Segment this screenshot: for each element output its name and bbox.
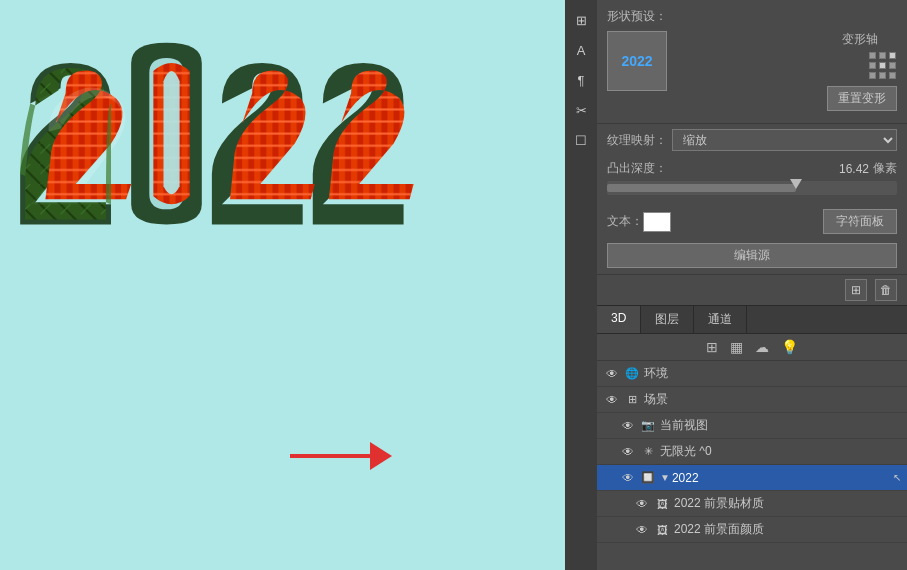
layer-item-env[interactable]: 👁 🌐 环境 [597, 361, 907, 387]
char-panel-button[interactable]: 字符面板 [823, 209, 897, 234]
dot-tl[interactable] [869, 52, 876, 59]
depth-unit: 像素 [873, 160, 897, 177]
deform-dots[interactable] [869, 52, 897, 80]
layer-type-2022-front-mat: 🖼 [653, 497, 671, 511]
tab-channels[interactable]: 通道 [694, 306, 747, 333]
tool-icon-grid[interactable]: ⊞ [569, 8, 593, 32]
bottom-tabs: 3D 图层 通道 [597, 305, 907, 334]
slider-thumb [790, 179, 802, 189]
tab-layers[interactable]: 图层 [641, 306, 694, 333]
layer-toolbar: ⊞ ▦ ☁ 💡 [597, 334, 907, 361]
layer-type-camera: 📷 [639, 419, 657, 433]
shape-preview-text: 2022 [621, 53, 652, 69]
eye-icon-scene[interactable]: 👁 [603, 393, 621, 407]
texture-mapping-row: 纹理映射： 缩放 [597, 129, 907, 151]
cursor-indicator: ↖ [893, 472, 901, 483]
layer-type-scene: ⊞ [623, 393, 641, 407]
canvas-3d-text [0, 0, 565, 570]
shape-preset-label: 形状预设： [607, 8, 667, 25]
dot-bl[interactable] [869, 72, 876, 79]
layer-type-2022-front-color: 🖼 [653, 523, 671, 537]
depth-label: 凸出深度： [607, 160, 672, 177]
arrow-head [370, 442, 392, 470]
layer-name-scene: 场景 [644, 391, 901, 408]
tool-icon-para[interactable]: ¶ [569, 68, 593, 92]
eye-icon-2022-front-mat[interactable]: 👁 [633, 497, 651, 511]
dot-tr[interactable] [889, 52, 896, 59]
layer-type-light: ✳ [639, 445, 657, 459]
depth-section: 凸出深度： 16.42 像素 [597, 156, 907, 205]
layer-name-2022: 2022 [672, 471, 891, 485]
action-icon-trash[interactable]: 🗑 [875, 279, 897, 301]
dot-ml[interactable] [869, 62, 876, 69]
layer-name-env: 环境 [644, 365, 901, 382]
layer-name-current-view: 当前视图 [660, 417, 901, 434]
canvas-area [0, 0, 565, 570]
layer-item-infinite-light[interactable]: 👁 ✳ 无限光 ^0 [597, 439, 907, 465]
dot-mm[interactable] [879, 62, 886, 69]
tab-3d[interactable]: 3D [597, 306, 641, 333]
text-row: 文本： 字符面板 [607, 209, 897, 234]
shape-preview-box[interactable]: 2022 [607, 31, 667, 91]
dot-bm[interactable] [879, 72, 886, 79]
text-char-section: 文本： 字符面板 编辑源 [597, 205, 907, 275]
layer-item-2022[interactable]: 👁 🔲 ▼ 2022 ↖ [597, 465, 907, 491]
shape-preset-row: 形状预设： [607, 8, 897, 25]
eye-icon-2022[interactable]: 👁 [619, 471, 637, 485]
layer-panel: ⊞ ▦ ☁ 💡 👁 🌐 环境 👁 ⊞ 场景 👁 📷 当前视 [597, 334, 907, 570]
layer-list: 👁 🌐 环境 👁 ⊞ 场景 👁 📷 当前视图 👁 ✳ 无限光 ^0 [597, 361, 907, 570]
icon-action-row: ⊞ 🗑 [597, 275, 907, 305]
eye-icon-env[interactable]: 👁 [603, 367, 621, 381]
depth-row: 凸出深度： 16.42 像素 [607, 160, 897, 177]
eye-icon-infinite-light[interactable]: 👁 [619, 445, 637, 459]
action-icon-grid[interactable]: ⊞ [845, 279, 867, 301]
texture-mapping-label: 纹理映射： [607, 132, 672, 149]
layer-expand-arrow[interactable]: ▼ [660, 472, 670, 483]
depth-value: 16.42 [839, 162, 869, 176]
layer-tool-table[interactable]: ▦ [730, 339, 743, 355]
layer-tool-grid[interactable]: ⊞ [706, 339, 718, 355]
layer-item-2022-front-mat[interactable]: 👁 🖼 2022 前景贴材质 [597, 491, 907, 517]
arrow-line [290, 454, 370, 458]
eye-icon-current-view[interactable]: 👁 [619, 419, 637, 433]
texture-mapping-select[interactable]: 缩放 [672, 129, 897, 151]
slider-fill [607, 184, 796, 192]
properties-panel: 形状预设： 2022 变形轴 重置变形 [597, 0, 907, 570]
tool-icon-frame[interactable]: ☐ [569, 128, 593, 152]
layer-item-current-view[interactable]: 👁 📷 当前视图 [597, 413, 907, 439]
shape-preset-section: 形状预设： 2022 变形轴 重置变形 [597, 0, 907, 124]
text-label: 文本： [607, 213, 643, 230]
dot-tm[interactable] [879, 52, 886, 59]
dot-br[interactable] [889, 72, 896, 79]
layer-type-env: 🌐 [623, 367, 641, 381]
depth-slider[interactable] [607, 181, 897, 195]
layer-name-2022-front-mat: 2022 前景贴材质 [674, 495, 901, 512]
layer-tool-light[interactable]: 💡 [781, 339, 798, 355]
shape-and-deform: 2022 变形轴 重置变形 [607, 31, 897, 111]
tool-icon-scissors[interactable]: ✂ [569, 98, 593, 122]
edit-source-button[interactable]: 编辑源 [607, 243, 897, 268]
tool-icon-text[interactable]: A [569, 38, 593, 62]
arrow-indicator [290, 442, 392, 470]
deform-axis-label: 变形轴 [842, 31, 897, 48]
layer-type-2022: 🔲 [639, 471, 657, 485]
layer-name-infinite-light: 无限光 ^0 [660, 443, 901, 460]
layer-item-scene[interactable]: 👁 ⊞ 场景 [597, 387, 907, 413]
layer-item-2022-front-color[interactable]: 👁 🖼 2022 前景面颜质 [597, 517, 907, 543]
dot-mr[interactable] [889, 62, 896, 69]
layer-name-2022-front-color: 2022 前景面颜质 [674, 521, 901, 538]
tools-strip: ⊞ A ¶ ✂ ☐ [565, 0, 597, 570]
eye-icon-2022-front-color[interactable]: 👁 [633, 523, 651, 537]
reset-deform-button[interactable]: 重置变形 [827, 86, 897, 111]
text-color-swatch[interactable] [643, 212, 671, 232]
layer-tool-cloud[interactable]: ☁ [755, 339, 769, 355]
